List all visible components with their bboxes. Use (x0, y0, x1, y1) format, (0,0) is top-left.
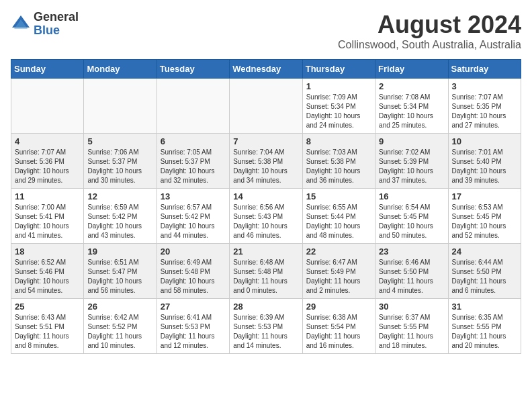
logo: General Blue (11, 11, 79, 38)
calendar-day: 3Sunrise: 7:07 AM Sunset: 5:35 PM Daylig… (448, 79, 521, 134)
calendar-day: 17Sunrise: 6:53 AM Sunset: 5:45 PM Dayli… (448, 189, 521, 244)
day-number: 8 (306, 136, 371, 146)
day-number: 10 (452, 136, 517, 146)
day-number: 5 (87, 136, 152, 146)
calendar-day: 10Sunrise: 7:01 AM Sunset: 5:40 PM Dayli… (448, 134, 521, 189)
day-info: Sunrise: 7:02 AM Sunset: 5:39 PM Dayligh… (379, 148, 444, 185)
logo-blue-label: Blue (34, 24, 79, 38)
day-info: Sunrise: 7:04 AM Sunset: 5:38 PM Dayligh… (233, 148, 298, 185)
logo-general-label: General (34, 11, 79, 24)
calendar-day: 7Sunrise: 7:04 AM Sunset: 5:38 PM Daylig… (230, 134, 302, 189)
day-info: Sunrise: 6:57 AM Sunset: 5:42 PM Dayligh… (161, 203, 226, 240)
day-header-friday: Friday (375, 60, 448, 79)
day-number: 24 (452, 246, 517, 257)
day-number: 21 (233, 246, 298, 257)
day-number: 1 (306, 81, 371, 91)
calendar-table: SundayMondayTuesdayWednesdayThursdayFrid… (11, 59, 521, 354)
calendar-day (11, 79, 84, 134)
day-number: 23 (379, 246, 444, 257)
day-info: Sunrise: 6:59 AM Sunset: 5:42 PM Dayligh… (87, 203, 152, 240)
day-number: 31 (452, 302, 517, 312)
calendar-day: 16Sunrise: 6:54 AM Sunset: 5:45 PM Dayli… (375, 189, 448, 244)
logo-text: General Blue (34, 11, 79, 38)
day-info: Sunrise: 6:53 AM Sunset: 5:45 PM Dayligh… (452, 203, 517, 240)
calendar-day: 13Sunrise: 6:57 AM Sunset: 5:42 PM Dayli… (157, 189, 229, 244)
calendar-day: 27Sunrise: 6:41 AM Sunset: 5:53 PM Dayli… (157, 299, 229, 354)
day-info: Sunrise: 7:07 AM Sunset: 5:36 PM Dayligh… (15, 148, 80, 185)
calendar-day: 28Sunrise: 6:39 AM Sunset: 5:53 PM Dayli… (230, 299, 302, 354)
day-info: Sunrise: 6:41 AM Sunset: 5:53 PM Dayligh… (161, 313, 226, 351)
day-number: 22 (306, 246, 371, 257)
day-number: 15 (306, 191, 371, 201)
day-info: Sunrise: 6:56 AM Sunset: 5:43 PM Dayligh… (233, 203, 298, 240)
day-header-sunday: Sunday (11, 60, 84, 79)
day-header-wednesday: Wednesday (230, 60, 302, 79)
day-info: Sunrise: 7:00 AM Sunset: 5:41 PM Dayligh… (15, 203, 80, 240)
day-info: Sunrise: 6:42 AM Sunset: 5:52 PM Dayligh… (87, 313, 152, 351)
day-number: 30 (379, 302, 444, 312)
day-info: Sunrise: 6:54 AM Sunset: 5:45 PM Dayligh… (379, 203, 444, 240)
day-info: Sunrise: 6:46 AM Sunset: 5:50 PM Dayligh… (379, 258, 444, 295)
month-title: August 2024 (338, 11, 521, 39)
day-number: 25 (15, 302, 80, 312)
day-number: 9 (379, 136, 444, 146)
day-info: Sunrise: 6:39 AM Sunset: 5:53 PM Dayligh… (233, 313, 298, 351)
calendar-day: 23Sunrise: 6:46 AM Sunset: 5:50 PM Dayli… (375, 244, 448, 299)
day-info: Sunrise: 6:44 AM Sunset: 5:50 PM Dayligh… (452, 258, 517, 295)
calendar-week-3: 11Sunrise: 7:00 AM Sunset: 5:41 PM Dayli… (11, 189, 521, 244)
day-number: 13 (161, 191, 226, 201)
day-number: 16 (379, 191, 444, 201)
day-info: Sunrise: 6:43 AM Sunset: 5:51 PM Dayligh… (15, 313, 80, 351)
day-number: 27 (161, 302, 226, 312)
day-number: 28 (233, 302, 298, 312)
calendar-day: 8Sunrise: 7:03 AM Sunset: 5:38 PM Daylig… (302, 134, 375, 189)
calendar-day: 31Sunrise: 6:35 AM Sunset: 5:55 PM Dayli… (448, 299, 521, 354)
day-info: Sunrise: 7:03 AM Sunset: 5:38 PM Dayligh… (306, 148, 371, 185)
day-number: 20 (161, 246, 226, 257)
calendar-day: 5Sunrise: 7:06 AM Sunset: 5:37 PM Daylig… (84, 134, 157, 189)
calendar-day: 21Sunrise: 6:48 AM Sunset: 5:48 PM Dayli… (230, 244, 302, 299)
day-number: 18 (15, 246, 80, 257)
day-info: Sunrise: 7:06 AM Sunset: 5:37 PM Dayligh… (87, 148, 152, 185)
calendar-day: 30Sunrise: 6:37 AM Sunset: 5:55 PM Dayli… (375, 299, 448, 354)
day-info: Sunrise: 6:49 AM Sunset: 5:48 PM Dayligh… (161, 258, 226, 295)
day-header-saturday: Saturday (448, 60, 521, 79)
logo-icon (11, 14, 31, 34)
calendar-day: 18Sunrise: 6:52 AM Sunset: 5:46 PM Dayli… (11, 244, 84, 299)
day-header-tuesday: Tuesday (157, 60, 229, 79)
calendar-day: 9Sunrise: 7:02 AM Sunset: 5:39 PM Daylig… (375, 134, 448, 189)
day-number: 19 (87, 246, 152, 257)
calendar-day: 1Sunrise: 7:09 AM Sunset: 5:34 PM Daylig… (302, 79, 375, 134)
day-info: Sunrise: 6:55 AM Sunset: 5:44 PM Dayligh… (306, 203, 371, 240)
calendar-week-1: 1Sunrise: 7:09 AM Sunset: 5:34 PM Daylig… (11, 79, 521, 134)
day-info: Sunrise: 6:38 AM Sunset: 5:54 PM Dayligh… (306, 313, 371, 351)
calendar-day: 12Sunrise: 6:59 AM Sunset: 5:42 PM Dayli… (84, 189, 157, 244)
day-number: 17 (452, 191, 517, 201)
day-info: Sunrise: 7:07 AM Sunset: 5:35 PM Dayligh… (452, 93, 517, 130)
day-number: 11 (15, 191, 80, 201)
calendar-week-5: 25Sunrise: 6:43 AM Sunset: 5:51 PM Dayli… (11, 299, 521, 354)
day-info: Sunrise: 7:09 AM Sunset: 5:34 PM Dayligh… (306, 93, 371, 130)
calendar-day (157, 79, 229, 134)
day-number: 6 (161, 136, 226, 146)
calendar-day: 25Sunrise: 6:43 AM Sunset: 5:51 PM Dayli… (11, 299, 84, 354)
calendar-day: 26Sunrise: 6:42 AM Sunset: 5:52 PM Dayli… (84, 299, 157, 354)
calendar-day: 11Sunrise: 7:00 AM Sunset: 5:41 PM Dayli… (11, 189, 84, 244)
calendar-day: 6Sunrise: 7:05 AM Sunset: 5:37 PM Daylig… (157, 134, 229, 189)
day-number: 4 (15, 136, 80, 146)
day-number: 29 (306, 302, 371, 312)
calendar-week-4: 18Sunrise: 6:52 AM Sunset: 5:46 PM Dayli… (11, 244, 521, 299)
day-info: Sunrise: 6:47 AM Sunset: 5:49 PM Dayligh… (306, 258, 371, 295)
calendar-day (84, 79, 157, 134)
page-header: General Blue August 2024 Collinswood, So… (11, 11, 521, 51)
calendar-day (230, 79, 302, 134)
day-info: Sunrise: 7:08 AM Sunset: 5:34 PM Dayligh… (379, 93, 444, 130)
calendar-day: 22Sunrise: 6:47 AM Sunset: 5:49 PM Dayli… (302, 244, 375, 299)
calendar-day: 20Sunrise: 6:49 AM Sunset: 5:48 PM Dayli… (157, 244, 229, 299)
location-title: Collinswood, South Australia, Australia (338, 39, 521, 51)
calendar-header-row: SundayMondayTuesdayWednesdayThursdayFrid… (11, 60, 521, 79)
title-section: August 2024 Collinswood, South Australia… (338, 11, 521, 51)
day-number: 12 (87, 191, 152, 201)
day-header-thursday: Thursday (302, 60, 375, 79)
calendar-day: 19Sunrise: 6:51 AM Sunset: 5:47 PM Dayli… (84, 244, 157, 299)
